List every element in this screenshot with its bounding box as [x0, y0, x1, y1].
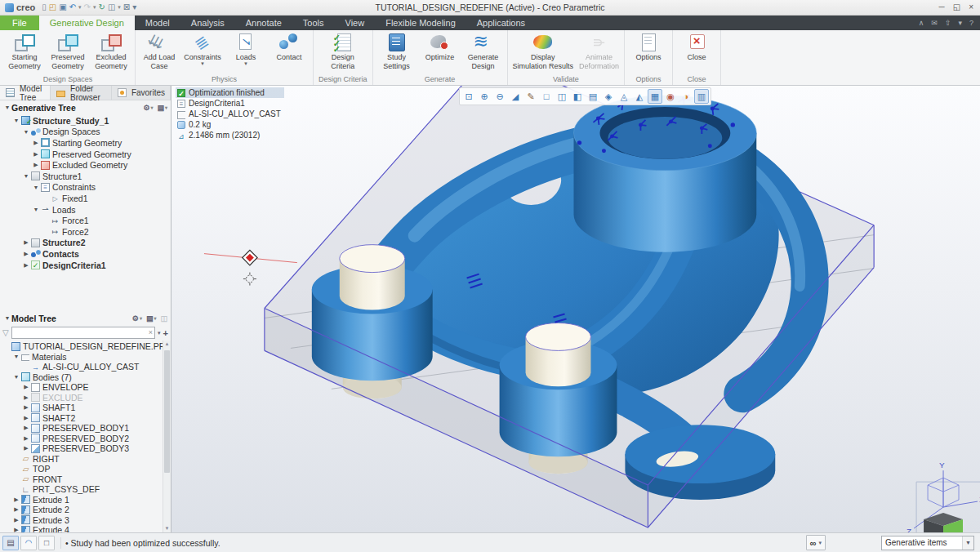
window-caret-icon[interactable]: ▾ [118, 4, 121, 11]
expander-icon[interactable]: ▶ [22, 384, 30, 390]
tree-item-loads[interactable]: ▼Loads [0, 204, 171, 216]
expander-icon[interactable]: ▶ [12, 517, 20, 523]
clear-search-icon[interactable]: × [149, 328, 153, 336]
expander-icon[interactable]: ▼ [12, 118, 20, 123]
tab-analysis[interactable]: Analysis [180, 16, 235, 30]
expander-icon[interactable]: ▼ [12, 374, 20, 380]
expander-icon[interactable]: ▶ [12, 527, 20, 532]
navigator-tab-folder-browser[interactable]: Folder Browser [51, 86, 112, 100]
tree-item-force1[interactable]: Force1 [0, 215, 171, 226]
collapse-ribbon-icon[interactable]: ∧ [919, 19, 924, 27]
open-file-icon[interactable]: ◰ [49, 2, 56, 12]
tree-item-excluded-geometry[interactable]: ▶Excluded Geometry [0, 159, 171, 171]
expander-icon[interactable]: ▶ [22, 404, 30, 411]
mass-value[interactable]: 0.2 kg [176, 119, 284, 130]
tab-flexible-modeling[interactable]: Flexible Modeling [375, 16, 466, 30]
expander-icon[interactable]: ▶ [22, 425, 30, 431]
collapse-icon[interactable]: ▼ [3, 315, 11, 321]
search-options-caret-icon[interactable]: ▾ [158, 330, 161, 336]
tree-item-structure2[interactable]: ▶Structure2 [0, 238, 171, 249]
model-tree-scrollbar[interactable]: ▲ ▼ [163, 341, 171, 532]
tab-tools[interactable]: Tools [292, 16, 335, 30]
expander-icon[interactable]: ▶ [22, 239, 30, 246]
tab-view[interactable]: View [335, 16, 376, 30]
scrollbar-thumb[interactable] [164, 350, 170, 473]
expander-icon[interactable]: ▶ [22, 251, 30, 257]
close-window-icon[interactable]: ⊠ [123, 2, 130, 12]
tree-item-contacts[interactable]: ▶Contacts [0, 248, 171, 260]
navigator-tab-model-tree[interactable]: Model Tree [0, 86, 51, 100]
expander-icon[interactable]: ▶ [22, 394, 30, 401]
messages-icon[interactable]: ✉ [931, 19, 938, 27]
simulation-setup-display-icon[interactable]: ◉ [663, 89, 678, 104]
study-settings-button[interactable]: StudySettings [376, 31, 417, 70]
select-box-icon[interactable]: □ [38, 536, 55, 550]
tree-item-starting-geometry[interactable]: ▶Starting Geometry [0, 137, 171, 149]
tree-item-top[interactable]: TOP [0, 464, 163, 474]
tree-item-prt-csys-def[interactable]: PRT_CSYS_DEF [0, 484, 163, 495]
expander-icon[interactable]: ▶ [22, 445, 30, 452]
tree-item-extrude-2[interactable]: ▶Extrude 2 [0, 505, 163, 515]
tree-display-icon[interactable]: ▤▾ [157, 104, 167, 112]
repaint-icon[interactable]: ✎ [523, 89, 538, 104]
datum-display-icon[interactable]: ◈ [601, 89, 616, 104]
undo-caret-icon[interactable]: ▾ [78, 4, 82, 11]
optimize-button[interactable]: Optimize [420, 31, 461, 62]
zoom-in-icon[interactable]: ⊕ [477, 89, 492, 104]
command-locator-icon[interactable]: ⇧ [945, 19, 951, 27]
tree-item-preserved-body3[interactable]: ▶PRESERVED_BODY3 [0, 443, 163, 454]
expander-icon[interactable]: ▶ [32, 140, 40, 146]
resolution-value[interactable]: 2.1486 mm (23012) [176, 130, 284, 140]
new-file-icon[interactable]: ▯ [42, 2, 47, 12]
starting-geometry-button[interactable]: StartingGeometry [4, 31, 45, 70]
expander-icon[interactable]: ▶ [22, 435, 30, 442]
tree-search-input[interactable] [11, 327, 155, 339]
simulation-results-display-icon[interactable]: ◑ [679, 89, 693, 104]
tab-applications[interactable]: Applications [466, 16, 536, 30]
tree-item-shaft2[interactable]: ▶SHAFT2 [0, 413, 163, 424]
scroll-up-icon[interactable]: ▲ [163, 341, 171, 348]
expander-icon[interactable]: ▶ [12, 506, 20, 513]
tree-item-extrude-1[interactable]: ▶Extrude 1 [0, 495, 163, 505]
redo-caret-icon[interactable]: ▾ [93, 4, 96, 11]
restore-button[interactable]: ◱ [953, 2, 960, 12]
scroll-down-icon[interactable]: ▼ [163, 525, 171, 532]
expander-icon[interactable]: ▶ [32, 151, 40, 158]
tree-item-extrude-3[interactable]: ▶Extrude 3 [0, 515, 163, 526]
design-criteria-button[interactable]: DesignCriteria [323, 31, 363, 70]
tree-item-exclude[interactable]: ▶EXCLUDE [0, 393, 163, 403]
graphics-viewport[interactable]: X Y Z Optimization finishedDesignCriteri… [172, 86, 980, 532]
saved-orientations-icon[interactable]: ▤ [586, 89, 600, 104]
tab-generative-design[interactable]: Generative Design [39, 16, 135, 30]
navigator-toggle-icon[interactable]: ▤ [2, 536, 19, 550]
navigator-tab-favorites[interactable]: Favorites [112, 86, 171, 100]
close-tool-button[interactable]: Close [676, 31, 717, 62]
preserved-geometry-button[interactable]: PreservedGeometry [47, 31, 88, 70]
expander-icon[interactable]: ▶ [32, 162, 40, 168]
expander-icon[interactable]: ▶ [12, 496, 20, 503]
tree-item-structure-study-1[interactable]: ▼Structure_Study_1 [0, 115, 171, 127]
expander-icon[interactable]: ▼ [22, 129, 30, 135]
tree-item-force2[interactable]: Force2 [0, 226, 171, 238]
tree-filters-icon[interactable]: ⚙▾ [143, 104, 153, 112]
resources-caret-icon[interactable]: ▾ [958, 19, 962, 27]
generative-model[interactable] [312, 91, 810, 500]
display-simulation-results-button[interactable]: DisplaySimulation Results [511, 31, 576, 70]
optimization-status[interactable]: Optimization finished [176, 87, 284, 98]
tree-display-icon[interactable]: ▤▾ [146, 314, 157, 323]
tree-item-preserved-body1[interactable]: ▶PRESERVED_BODY1 [0, 423, 163, 434]
loads-button[interactable]: Loads▼ [225, 31, 266, 66]
customize-caret-icon[interactable]: ▾ [132, 2, 136, 12]
tree-item-bodies-7[interactable]: ▼Bodies (7) [0, 372, 163, 383]
tree-detach-icon[interactable]: ◫ [160, 314, 167, 323]
named-views-icon[interactable]: □ [539, 89, 554, 104]
redo-icon[interactable]: ↷ [84, 2, 91, 12]
browser-toggle-icon[interactable]: ◠ [20, 536, 37, 550]
constraints-caret-icon[interactable]: ▼ [200, 62, 205, 66]
tree-item-right[interactable]: RIGHT [0, 454, 163, 465]
zoom-out-icon[interactable]: ⊖ [492, 89, 507, 104]
tree-item-al-si-cu-alloy-cast[interactable]: AL-SI-CU_ALLOY_CAST [0, 362, 163, 372]
annotation-display-icon[interactable]: ◬ [617, 89, 631, 104]
tab-annotate[interactable]: Annotate [235, 16, 292, 30]
options-button[interactable]: Options [628, 31, 669, 62]
